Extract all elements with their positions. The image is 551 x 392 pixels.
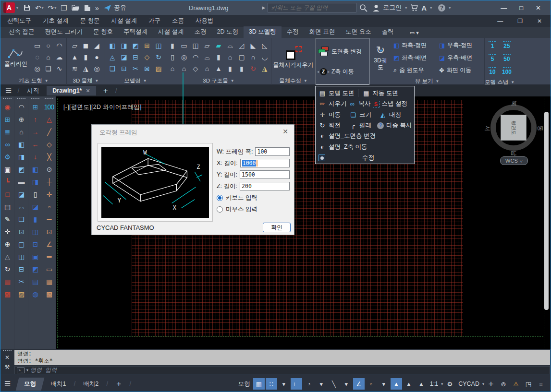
search-input[interactable] [268,3,356,12]
object-snap-icon[interactable]: ▫ [366,378,377,390]
panel-rows-icon[interactable]: ▤ [29,275,41,288]
share-icon[interactable] [103,4,111,12]
scale-caret-icon[interactable]: ▾ [441,382,443,386]
command-input-row[interactable]: >_ ▾ 명령 입력 [14,366,550,374]
customization-icon[interactable]: ≡ [535,378,547,390]
command-tools-wrench-icon[interactable]: ⚒ [5,364,10,370]
column-axis-icon[interactable]: ≣ [1,126,13,138]
command-grip[interactable] [3,350,12,351]
box-3d-icon[interactable]: ▱ [70,40,80,51]
structure-3d-icon[interactable]: ⌓ [201,51,213,63]
snap-value-button[interactable]: 1 [489,41,496,49]
view-right-back-button[interactable]: ◪우측-배면 [437,53,483,62]
trim-scissors-icon[interactable]: ✂ [130,63,141,74]
structure-pyramid-icon[interactable]: ◮ [259,63,270,74]
trim-scissors-icon[interactable]: ✂ [15,275,27,288]
save-icon[interactable] [23,4,31,12]
door-leaf-icon[interactable]: ▯ [29,188,41,201]
structure-3d-icon[interactable]: ◿ [236,40,247,51]
panel-label-3d-structures[interactable]: 3D 구조물▼ [166,76,271,85]
structure-3d-icon[interactable]: ⌂ [167,63,178,74]
polygon-tool-icon[interactable]: ⌂ [15,126,27,138]
search-history-icon[interactable]: ▶ [262,5,265,10]
dim-100-icon[interactable]: 100 [43,101,55,113]
pipe-elbow-icon[interactable]: ┗ [1,176,13,188]
view-compass[interactable]: 평면도 북 남 서 동 [487,101,540,154]
radio-selected-icon[interactable] [217,195,223,201]
ortho-mode-icon[interactable]: ∟ [291,378,302,390]
dim-center-icon[interactable]: ┼ [43,176,55,188]
viewport-controls-label[interactable]: [-][평면도][2D 와이어프레임] [63,103,142,111]
structure-3d-icon[interactable]: ▯ [167,51,178,63]
panel-label-modeling[interactable]: 모델링▼ [105,76,166,85]
crosshair-add-icon[interactable]: ✛ [485,378,497,390]
snap-value-button[interactable]: 5 [489,54,496,62]
annotation-scale-icon[interactable]: ▲ [416,378,427,390]
snap-value-button[interactable]: 10 [489,67,496,75]
move-up-icon[interactable]: ↑ [29,113,41,126]
snap-caret-icon[interactable]: ▾ [278,378,290,390]
hamburger-menu-icon[interactable]: ☰ [5,86,12,95]
compass-north-label[interactable]: 북 [510,101,518,107]
structure-3d-icon[interactable]: ▮ [236,63,247,74]
presspull-icon[interactable]: ◨ [119,40,129,51]
tab-drawing1[interactable]: Drawing1* ✕ [47,86,96,95]
subtract-icon[interactable]: ⊟ [130,51,141,63]
view-left-back-button[interactable]: ◩좌측-배면 [392,53,437,62]
login-caret-icon[interactable]: ▾ [405,6,407,10]
view-right-front-button[interactable]: ◨우측-정면 [437,41,483,50]
structure-3d-icon[interactable]: ◺ [259,40,270,51]
object-snap-tracking-icon[interactable]: ∠ [353,378,365,390]
doc-minimize-button[interactable]: — [497,18,503,24]
cone-sphere-icon[interactable]: ◩ [15,163,27,176]
structure-3d-icon[interactable]: ⌓ [224,40,236,51]
mesh-icon[interactable]: ▨ [153,63,164,74]
palette-grip[interactable] [45,98,53,99]
structure-3d-icon[interactable]: ∩ [247,51,259,63]
panel-label-view[interactable]: 뷰 보기▼ [370,77,484,85]
frame-box-icon[interactable]: ▢ [15,238,27,250]
offset-edge-icon[interactable]: ◫ [153,40,164,51]
annotation-visibility-icon[interactable]: ▲ [391,378,402,390]
polyline-arc-icon[interactable]: ◠ [15,101,27,113]
surface-grid-icon[interactable]: ⊞ [142,40,152,51]
model-drawing-button[interactable]: ▤모델 도면 [318,89,354,97]
object-snap-caret-icon[interactable]: ▾ [378,378,390,390]
isodraft-caret-icon[interactable]: ▾ [341,378,352,390]
snap-mode-icon[interactable]: ∷ [266,378,277,390]
dim-node-icon[interactable]: ◇ [43,138,55,151]
polar-tracking-icon[interactable]: ◔ [303,378,315,390]
structure-3d-icon[interactable]: ◇ [190,63,201,74]
panel-split-icon[interactable]: ◫ [29,226,41,238]
round-box-icon[interactable]: ◨ [15,151,27,163]
command-input-placeholder[interactable]: 명령 입력 [30,366,57,374]
ok-button[interactable]: 확인 [263,223,291,232]
spline-icon[interactable]: ∿ [54,63,65,74]
redo-icon[interactable]: ↷ [48,4,54,12]
structure-3d-icon[interactable]: ⌂ [224,51,236,63]
desc-z-move-button[interactable]: ◐설명_Z축 이동 [318,143,367,151]
pencil-icon[interactable]: ✎ [1,213,13,226]
undo-icon[interactable]: ↶ [35,4,41,12]
hatch-icon[interactable]: ▩ [1,288,13,300]
structure-3d-icon[interactable]: ◡ [259,51,270,63]
render-target-icon[interactable]: ◉ [1,101,13,113]
z-axis-move-button[interactable]: Z Z축 이동 [318,67,367,76]
window-icon[interactable]: ⊞ [29,101,41,113]
doc-close-button[interactable]: ✕ [537,18,542,24]
layer-change-button[interactable]: 도면층 변경 [318,47,367,56]
redo-caret-icon[interactable]: ▾ [54,6,56,10]
dim-angle-icon[interactable]: △ [43,113,55,126]
wcs-button[interactable]: WCS▽ [500,156,528,165]
panel-tall-icon[interactable]: ▮ [29,213,41,226]
open-folder-icon[interactable] [72,4,80,11]
tab-start[interactable]: 시작 [21,85,45,96]
extrude-box-icon[interactable]: ◧ [15,138,27,151]
solid-box-icon[interactable]: ◪ [15,188,27,201]
palette-grip[interactable] [3,98,12,99]
dim-hash-icon[interactable]: ▩ [43,288,55,300]
autodesk-caret-icon[interactable]: ▾ [430,6,432,10]
dim-diamond-icon[interactable]: ✛ [43,188,55,201]
keyboard-input-radio[interactable]: 키보드 입력 [217,192,290,203]
menu-furniture[interactable]: 가구 [148,17,160,25]
